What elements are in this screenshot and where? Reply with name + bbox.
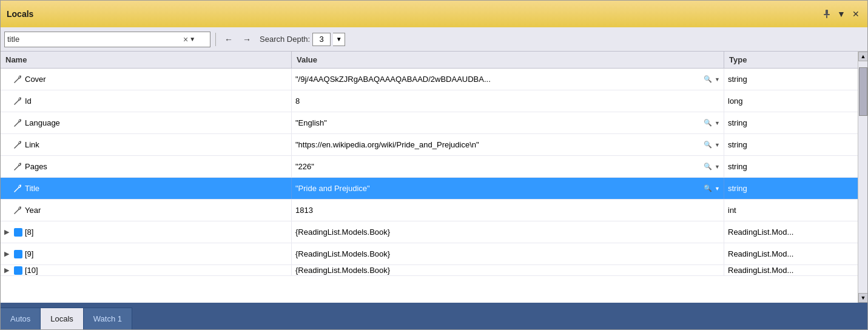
- scrollbar-down-button[interactable]: ▼: [858, 293, 867, 303]
- row-type-text: string: [728, 140, 747, 149]
- row-type-text: string: [728, 162, 747, 171]
- table-row[interactable]: Year1813int: [1, 200, 858, 221]
- separator-1: [215, 33, 216, 46]
- table-row[interactable]: Language"English"🔍▼string: [1, 112, 858, 134]
- table-row[interactable]: Title"Pride and Prejudice"🔍▼string: [1, 178, 858, 200]
- wrench-icon: [13, 140, 22, 150]
- table-row[interactable]: ▶[8]{ReadingList.Models.Book}ReadingList…: [1, 221, 858, 243]
- cell-name: Cover: [1, 69, 292, 90]
- table-row[interactable]: ▶[9]{ReadingList.Models.Book}ReadingList…: [1, 243, 858, 265]
- row-type-text: ReadingList.Mod...: [728, 227, 793, 237]
- close-button[interactable]: ✕: [850, 8, 861, 19]
- row-value-text: 1813: [295, 206, 720, 215]
- title-bar: Locals ▼ ✕: [1, 1, 867, 27]
- content-area: Name Value Type Cover"/9j/4AAQSkZJRgABAQ…: [1, 52, 867, 303]
- cell-name: ▶[8]: [1, 221, 292, 243]
- search-icon[interactable]: 🔍: [704, 75, 712, 83]
- row-value-text: {ReadingList.Models.Book}: [295, 249, 720, 258]
- wrench-icon: [13, 75, 22, 84]
- row-name-text: [8]: [25, 227, 33, 237]
- expand-arrow-icon[interactable]: ▶: [4, 266, 13, 274]
- depth-dropdown-button[interactable]: ▼: [333, 33, 345, 46]
- wrench-icon: [13, 162, 22, 172]
- table-body: Cover"/9j/4AAQSkZJRgABAQAAAQABAAD/2wBDAA…: [1, 69, 858, 303]
- pin-button[interactable]: [821, 8, 832, 19]
- title-bar-left: Locals: [7, 9, 33, 19]
- row-name-text: Link: [25, 140, 39, 149]
- search-icon[interactable]: 🔍: [704, 119, 712, 127]
- search-icon[interactable]: 🔍: [704, 163, 712, 170]
- row-name-text: Title: [25, 184, 39, 193]
- back-button[interactable]: ←: [221, 32, 237, 47]
- clear-search-button[interactable]: ×: [183, 35, 188, 44]
- title-bar-controls: ▼ ✕: [821, 8, 861, 19]
- cell-type: string: [724, 69, 858, 90]
- row-name-text: Pages: [25, 162, 47, 171]
- row-name-text: Cover: [25, 75, 46, 84]
- row-value-text: "226": [295, 162, 699, 171]
- search-dropdown-button[interactable]: ▼: [189, 36, 195, 42]
- cube-icon: [14, 228, 22, 237]
- scrollbar-track: [858, 61, 867, 293]
- scrollbar-up-button[interactable]: ▲: [858, 52, 867, 61]
- wrench-icon: [13, 206, 22, 215]
- value-dropdown-icon[interactable]: ▼: [715, 164, 720, 170]
- dropdown-button[interactable]: ▼: [836, 8, 847, 19]
- expand-arrow-icon[interactable]: ▶: [4, 228, 13, 236]
- cell-name: Title: [1, 178, 292, 199]
- cell-type: long: [724, 90, 858, 112]
- toolbar: × ▼ ← → Search Depth: ▼: [1, 27, 867, 52]
- svg-rect-2: [826, 15, 827, 18]
- wrench-icon: [13, 184, 22, 194]
- row-type-text: string: [728, 118, 747, 127]
- value-dropdown-icon[interactable]: ▼: [715, 120, 720, 126]
- row-value-text: {ReadingList.Models.Book}: [295, 266, 720, 275]
- search-depth-input[interactable]: [312, 33, 331, 46]
- search-input[interactable]: [7, 35, 183, 44]
- cell-value: "226"🔍▼: [292, 156, 724, 177]
- tab-autos[interactable]: Autos: [1, 308, 41, 329]
- value-dropdown-icon[interactable]: ▼: [715, 76, 720, 82]
- wrench-icon: [13, 118, 22, 128]
- cell-value: "https://en.wikipedia.org/wiki/Pride_and…: [292, 134, 724, 155]
- svg-rect-0: [826, 10, 828, 14]
- tab-bar: AutosLocalsWatch 1: [1, 303, 867, 329]
- row-type-text: int: [728, 206, 736, 215]
- cell-type: string: [724, 134, 858, 155]
- value-dropdown-icon[interactable]: ▼: [715, 142, 720, 148]
- row-type-text: ReadingList.Mod...: [728, 266, 793, 275]
- cell-type: string: [724, 178, 858, 199]
- search-icon[interactable]: 🔍: [704, 184, 712, 192]
- table-row[interactable]: Link"https://en.wikipedia.org/wiki/Pride…: [1, 134, 858, 156]
- cell-type: string: [724, 156, 858, 177]
- value-dropdown-icon[interactable]: ▼: [715, 186, 720, 192]
- table-row[interactable]: Pages"226"🔍▼string: [1, 156, 858, 178]
- row-value-text: "English": [295, 118, 699, 127]
- table-container: Name Value Type Cover"/9j/4AAQSkZJRgABAQ…: [1, 52, 858, 303]
- search-icon[interactable]: 🔍: [704, 141, 712, 149]
- forward-button[interactable]: →: [239, 32, 255, 47]
- expand-arrow-icon[interactable]: ▶: [4, 250, 13, 258]
- search-depth-label: Search Depth:: [260, 35, 310, 44]
- cell-type: ReadingList.Mod...: [724, 243, 858, 264]
- row-name-text: [9]: [25, 249, 33, 258]
- tab-watch-1[interactable]: Watch 1: [84, 308, 132, 329]
- cell-type: ReadingList.Mod...: [724, 265, 858, 275]
- window-title: Locals: [7, 9, 33, 19]
- column-header-name: Name: [1, 52, 292, 68]
- cell-name: Link: [1, 134, 292, 155]
- cell-type: ReadingList.Mod...: [724, 221, 858, 243]
- tab-locals[interactable]: Locals: [41, 308, 84, 329]
- table-row[interactable]: Id8long: [1, 90, 858, 112]
- table-row[interactable]: Cover"/9j/4AAQSkZJRgABAQAAAQABAAD/2wBDAA…: [1, 69, 858, 90]
- row-type-text: ReadingList.Mod...: [728, 249, 793, 258]
- column-header-value: Value: [292, 52, 724, 68]
- row-value-text: 8: [295, 96, 720, 106]
- cube-icon: [14, 250, 22, 258]
- table-row[interactable]: ▶[10]{ReadingList.Models.Book}ReadingLis…: [1, 265, 858, 276]
- row-value-text: "/9j/4AAQSkZJRgABAQAAAQABAAD/2wBDAAUDBA.…: [295, 75, 699, 84]
- cell-name: ▶[9]: [1, 243, 292, 264]
- scrollbar-thumb[interactable]: [859, 67, 867, 116]
- cell-value: "/9j/4AAQSkZJRgABAQAAAQABAAD/2wBDAAUDBA.…: [292, 69, 724, 90]
- row-value-text: {ReadingList.Models.Book}: [295, 227, 720, 237]
